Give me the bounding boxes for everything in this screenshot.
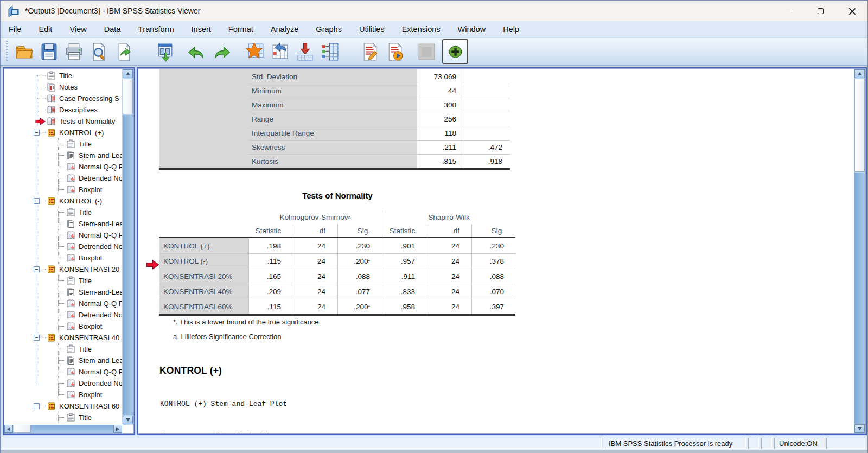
tree-item-detrended-no[interactable]: Detrended No: [5, 173, 122, 184]
tree-item-title[interactable]: Title: [5, 138, 122, 150]
menu-view[interactable]: View: [62, 21, 93, 37]
scrollbar-thumb[interactable]: [14, 425, 31, 433]
menu-extensions[interactable]: Extensions: [395, 21, 448, 37]
row-stub: [159, 126, 248, 140]
save-document-button[interactable]: [36, 40, 61, 63]
export-icon: [114, 42, 134, 62]
tree-item-normal-q-q-p[interactable]: Normal Q-Q P: [5, 229, 122, 241]
menu-transform[interactable]: Transform: [131, 21, 181, 37]
tree-item-kontrol[interactable]: KONTROL (-): [5, 195, 122, 207]
tree-item-title[interactable]: Title: [5, 412, 122, 423]
tree-item-detrended-no[interactable]: Detrended No: [5, 309, 122, 321]
menu-file[interactable]: File: [2, 21, 28, 37]
tree-item-boxplot[interactable]: Boxplot: [5, 389, 122, 400]
toolbar-drag-handle[interactable]: [6, 41, 8, 62]
tree-item-boxplot[interactable]: Boxplot: [5, 252, 122, 264]
scrollbar-thumb[interactable]: [854, 79, 865, 172]
open-document-button[interactable]: [11, 40, 36, 63]
cell-value: .378: [471, 253, 516, 269]
tree-item-konsentrasi-20[interactable]: KONSENTRASI 20: [5, 264, 122, 275]
tree-item-title[interactable]: Title: [5, 275, 122, 286]
collapse-box-icon[interactable]: [34, 130, 40, 136]
menu-window[interactable]: Window: [451, 21, 493, 37]
tree-item-detrended-no[interactable]: Detrended No: [5, 378, 122, 389]
tree-item-stem-and-lea[interactable]: Stem-and-Lea: [5, 355, 122, 366]
menu-data[interactable]: Data: [97, 21, 128, 37]
close-button[interactable]: [836, 1, 867, 21]
tree-item-konsentrasi-60[interactable]: KONSENTRASI 60: [5, 400, 122, 412]
tree-item-stem-and-lea[interactable]: Stem-and-Lea: [5, 150, 122, 161]
tree-item-boxplot[interactable]: Boxplot: [5, 321, 122, 332]
menu-edit[interactable]: Edit: [31, 21, 59, 37]
outline-horizontal-scrollbar[interactable]: [4, 425, 122, 433]
goto-case-button[interactable]: [267, 40, 292, 63]
scroll-right-button[interactable]: [113, 425, 122, 433]
tree-item-stem-and-lea[interactable]: Stem-and-Lea: [5, 286, 122, 298]
scrollbar-track[interactable]: [854, 173, 865, 424]
scroll-up-button[interactable]: [123, 69, 133, 78]
collapse-box-icon[interactable]: [34, 403, 40, 409]
tree-item-normal-q-q-p[interactable]: Normal Q-Q P: [5, 366, 122, 378]
tree-item-title[interactable]: Title: [5, 70, 122, 81]
redo-button[interactable]: [209, 40, 234, 63]
cell-value: 24: [293, 238, 337, 253]
output-vertical-scrollbar[interactable]: [854, 69, 865, 433]
print-preview-button[interactable]: [86, 40, 111, 63]
window-title: *Output3 [Document3] - IBM SPSS Statisti…: [25, 7, 200, 15]
std-error-value: [464, 126, 510, 140]
tree-item-stem-and-lea[interactable]: Stem-and-Lea: [5, 218, 122, 229]
tree-item-konsentrasi-40[interactable]: KONSENTRASI 40: [5, 332, 122, 343]
goto-case-icon: [270, 42, 290, 62]
scrollbar-thumb[interactable]: [123, 79, 133, 114]
stem-leaf-title[interactable]: KONTROL (+) Stem-and-Leaf Plot: [160, 400, 287, 408]
designate-window-button[interactable]: [442, 39, 468, 64]
tree-item-descriptives[interactable]: Descriptives: [5, 104, 122, 116]
menu-help[interactable]: Help: [496, 21, 526, 37]
tree-item-case-processing-s[interactable]: Case Processing S: [5, 93, 122, 104]
undo-button[interactable]: [184, 40, 209, 63]
tree-item-tests-of-normality[interactable]: Tests of Normality: [5, 116, 122, 127]
collapse-box-icon[interactable]: [34, 266, 40, 272]
menu-utilities[interactable]: Utilities: [352, 21, 392, 37]
collapse-box-icon[interactable]: [34, 198, 40, 204]
variables-button[interactable]: [317, 40, 342, 63]
edit-output-button[interactable]: [358, 40, 382, 63]
goto-variable-button[interactable]: [292, 40, 317, 63]
run-script-button[interactable]: [382, 40, 407, 63]
descriptives-row: Maximum300: [159, 98, 510, 112]
tree-item-title[interactable]: Title: [5, 343, 122, 355]
spss-viewer-icon: [7, 4, 20, 17]
menu-graphs[interactable]: Graphs: [309, 21, 349, 37]
group-icon: [47, 401, 56, 411]
outline-vertical-scrollbar[interactable]: [122, 69, 133, 425]
chart-icon: [66, 185, 75, 194]
maximize-button[interactable]: [805, 1, 836, 21]
export-output-button[interactable]: [111, 40, 136, 63]
tests-of-normality-table[interactable]: Kolmogorov-SmirnovaShapiro-WilkStatistic…: [159, 210, 515, 316]
tree-item-label: Stem-and-Lea: [79, 220, 122, 228]
tree-item-normal-q-q-p[interactable]: Normal Q-Q P: [5, 161, 122, 173]
scrollbar-track[interactable]: [31, 425, 113, 433]
print-button[interactable]: [61, 40, 86, 63]
tree-item-title[interactable]: Title: [5, 207, 122, 218]
tree-item-kontrol[interactable]: KONTROL (+): [5, 127, 122, 138]
goto-data-button[interactable]: [242, 40, 267, 63]
recall-dialogs-button[interactable]: [152, 40, 177, 63]
collapse-box-icon[interactable]: [34, 335, 40, 341]
tree-item-notes[interactable]: Notes: [5, 81, 122, 93]
menu-insert[interactable]: Insert: [184, 21, 218, 37]
scroll-down-button[interactable]: [123, 416, 133, 424]
minimize-button[interactable]: [773, 1, 805, 21]
menu-format[interactable]: Format: [221, 21, 260, 37]
scroll-up-button[interactable]: [854, 69, 865, 78]
tree-item-boxplot[interactable]: Boxplot: [5, 184, 122, 195]
redo-icon: [212, 42, 232, 62]
tree-item-detrended-no[interactable]: Detrended No: [5, 241, 122, 252]
descriptives-table[interactable]: Std. Deviation73.069Minimum44Maximum300R…: [159, 69, 510, 170]
scroll-left-button[interactable]: [4, 425, 13, 433]
scrollbar-track[interactable]: [123, 115, 133, 415]
menu-analyze[interactable]: Analyze: [264, 21, 306, 37]
column-header: Sig.: [337, 224, 382, 237]
tree-item-normal-q-q-p[interactable]: Normal Q-Q P: [5, 298, 122, 309]
scroll-down-button[interactable]: [854, 424, 865, 433]
